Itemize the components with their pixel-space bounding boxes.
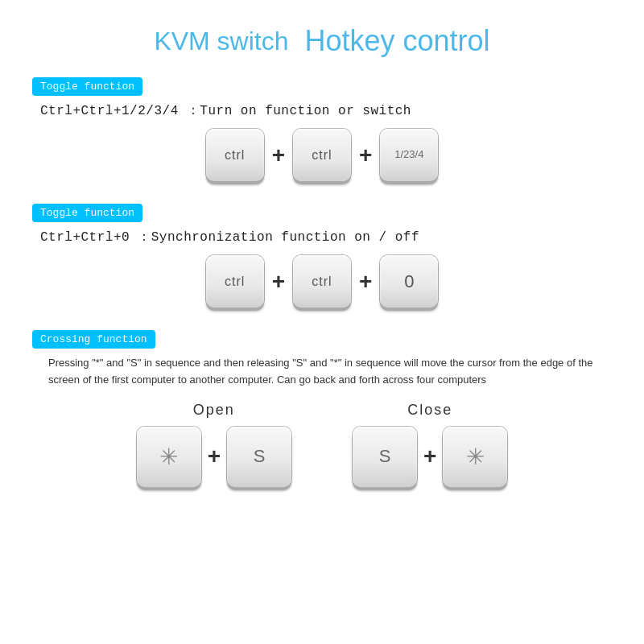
key-num-1234: 1/2 3/4 [380,129,438,181]
hotkey-title: Hotkey control [305,24,490,58]
keys-row-2: ctrl + ctrl + 0 [32,255,612,308]
close-label: Close [407,402,452,419]
plus-4: + [359,269,372,295]
open-close-row: Open ✳ + S Close S + ✳ [32,402,612,487]
key-star-open: ✳ [137,427,201,487]
key-star-close: ✳ [443,427,507,487]
hotkey-desc-2: Ctrl+Ctrl+0 ：Synchronization function on… [32,229,612,246]
hotkey-desc-1: Ctrl+Ctrl+1/2/3/4 ：Turn on function or s… [32,102,612,119]
kvm-title: KVM switch [154,27,288,56]
page: KVM switch Hotkey control Toggle functio… [0,0,644,644]
section-toggle-2: Toggle function Ctrl+Ctrl+0 ：Synchroniza… [32,204,612,316]
section-toggle-1: Toggle function Ctrl+Ctrl+1/2/3/4 ：Turn … [32,77,612,189]
key-ctrl-2a: ctrl [206,255,264,308]
plus-2: + [359,142,372,168]
key-s-open: S [227,427,291,487]
badge-crossing: Crossing function [32,330,155,349]
open-label: Open [193,402,235,419]
plus-5: + [208,444,221,469]
crossing-desc: Pressing "*" and "S" in sequence and the… [32,355,612,389]
open-keys: ✳ + S [137,427,291,487]
badge-toggle-1: Toggle function [32,77,142,96]
close-keys: S + ✳ [353,427,507,487]
key-s-close: S [353,427,417,487]
close-group: Close S + ✳ [353,402,507,487]
badge-toggle-2: Toggle function [32,204,142,222]
key-ctrl-1b: ctrl [293,129,351,181]
key-zero: 0 [380,255,438,308]
plus-6: + [423,444,436,469]
key-ctrl-2b: ctrl [293,255,351,308]
plus-3: + [272,269,285,295]
keys-row-1: ctrl + ctrl + 1/2 3/4 [32,129,612,181]
plus-1: + [272,142,285,168]
open-group: Open ✳ + S [137,402,291,487]
key-ctrl-1a: ctrl [206,129,264,181]
main-title: KVM switch Hotkey control [154,24,489,58]
section-crossing: Crossing function Pressing "*" and "S" i… [32,330,612,487]
